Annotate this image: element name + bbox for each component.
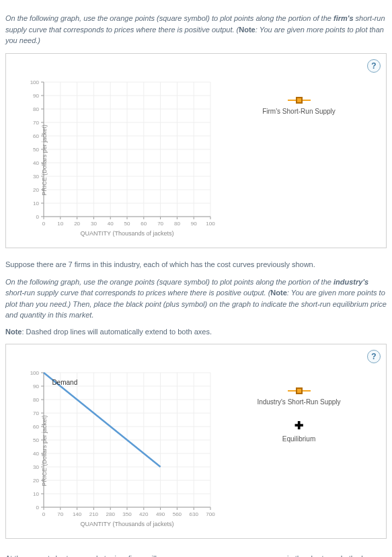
plus-marker-icon: ✚ [295,420,303,431]
note-bold: Note [5,328,22,336]
svg-text:560: 560 [173,511,182,517]
square-marker-icon [296,97,303,104]
svg-text:40: 40 [33,451,39,457]
graph-panel-firm: ? PRICE (Dollars per jacket) 01020304050… [5,53,387,248]
svg-text:60: 60 [33,133,39,139]
svg-text:100: 100 [206,221,215,227]
svg-text:40: 40 [33,160,39,166]
chart-firm[interactable]: PRICE (Dollars per jacket) 0102030405060… [10,77,216,244]
help-icon[interactable]: ? [367,59,381,73]
instruction-2: On the following graph, use the orange p… [5,276,387,321]
note-bold: Note [270,289,286,297]
svg-text:0: 0 [36,505,40,511]
svg-text:210: 210 [89,511,99,517]
graph-panel-industry: ? PRICE (Dollars per jacket) 07014021028… [5,344,387,539]
square-marker-icon [296,387,303,394]
help-icon[interactable]: ? [367,350,381,363]
svg-text:30: 30 [33,174,39,180]
legend-firm: Firm's Short-Run Supply [216,77,382,244]
svg-text:QUANTITY (Thousands of jackets: QUANTITY (Thousands of jackets) [81,521,174,527]
chart-industry[interactable]: PRICE (Dollars per jacket) 0701402102803… [10,367,216,534]
svg-text:90: 90 [33,383,39,389]
svg-text:280: 280 [106,511,116,517]
chart-svg[interactable]: 0102030405060708090100010203040506070809… [21,77,216,238]
svg-text:100: 100 [30,79,40,85]
svg-text:100: 100 [30,370,40,376]
legend-item-supply[interactable]: Industry's Short-Run Supply [216,387,382,406]
text: On the following graph, use the orange p… [5,14,334,22]
dash-icon [303,390,311,392]
bold-industry: industry's [334,278,368,286]
svg-text:10: 10 [33,491,39,497]
text: : Dashed drop lines will automatically e… [22,328,212,336]
legend-industry: Industry's Short-Run Supply ✚ Equilibriu… [216,367,382,534]
svg-text:630: 630 [190,511,199,517]
chart-svg[interactable]: 0701402102803504204905606307000102030405… [21,367,216,529]
svg-text:QUANTITY (Thousands of jackets: QUANTITY (Thousands of jackets) [81,230,174,237]
svg-text:70: 70 [33,120,39,126]
svg-text:70: 70 [33,410,39,416]
svg-text:80: 80 [33,106,39,112]
svg-text:0: 0 [42,221,46,227]
svg-text:80: 80 [174,221,180,227]
legend-item-supply[interactable]: Firm's Short-Run Supply [216,97,382,115]
svg-text:0: 0 [42,511,46,517]
svg-text:0: 0 [36,214,40,220]
svg-text:20: 20 [74,221,80,227]
bold-firm: firm's [334,14,354,22]
svg-text:50: 50 [33,437,39,443]
legend-label: Equilibrium [216,435,382,443]
legend-label: Industry's Short-Run Supply [216,398,382,406]
svg-text:40: 40 [108,221,114,227]
svg-text:50: 50 [124,221,130,227]
dash-icon [288,390,296,392]
dash-icon [303,100,311,101]
fill-sentence: At the current short-run market price, f… [5,551,387,558]
text: At the current short-run market price, f… [5,554,157,558]
y-axis-label: PRICE (Dollars per jacket) [41,415,48,486]
svg-text:70: 70 [157,221,163,227]
svg-text:30: 30 [91,221,97,227]
svg-text:70: 70 [57,511,63,517]
note-bold: Note [239,26,255,34]
svg-text:420: 420 [139,511,149,517]
text: On the following graph, use the orange p… [5,278,334,286]
y-axis-label: PRICE (Dollars per jacket) [41,124,48,196]
svg-text:60: 60 [141,221,147,227]
svg-text:490: 490 [156,511,165,517]
svg-text:140: 140 [73,511,82,517]
text: short-run supply curve that corresponds … [5,289,270,297]
legend-item-equilibrium[interactable]: ✚ Equilibrium [216,420,382,443]
svg-text:10: 10 [33,200,39,207]
note-dashed-lines: Note: Dashed drop lines will automatical… [5,328,387,336]
svg-text:30: 30 [33,464,39,470]
svg-text:80: 80 [33,397,39,403]
svg-text:10: 10 [57,221,63,227]
dropdown-short-run[interactable] [161,554,282,558]
svg-text:50: 50 [33,147,39,153]
svg-text:Demand: Demand [52,379,77,386]
instruction-1: On the following graph, use the orange p… [5,13,387,46]
svg-text:60: 60 [33,424,39,430]
svg-text:90: 90 [191,221,197,227]
legend-label: Firm's Short-Run Supply [216,108,382,115]
dash-icon [288,100,296,101]
svg-text:90: 90 [33,93,39,99]
svg-text:700: 700 [206,511,215,517]
between-text: Suppose there are 7 firms in this indust… [5,260,387,268]
svg-text:20: 20 [33,187,39,193]
svg-text:350: 350 [122,511,132,517]
svg-text:20: 20 [33,478,39,484]
